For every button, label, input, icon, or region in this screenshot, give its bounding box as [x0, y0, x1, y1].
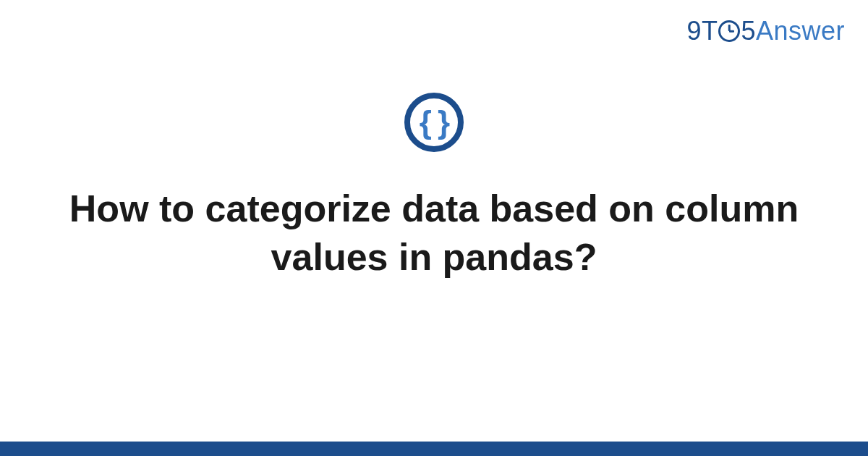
code-braces-icon: { } — [420, 106, 448, 138]
question-title: How to categorize data based on column v… — [43, 185, 825, 281]
logo-text-9t: 9T — [686, 16, 718, 46]
site-logo[interactable]: 9T5Answer — [686, 16, 845, 46]
category-icon-circle: { } — [404, 93, 464, 152]
clock-icon — [718, 20, 740, 42]
footer-bar — [0, 442, 868, 456]
logo-text-5: 5 — [741, 16, 756, 46]
logo-text-answer: Answer — [756, 16, 845, 46]
